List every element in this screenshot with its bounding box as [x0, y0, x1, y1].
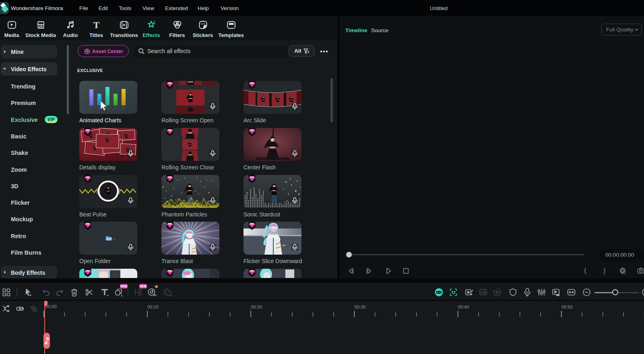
svg-text:AI: AI — [153, 293, 157, 297]
svg-text:00:30: 00:30 — [355, 305, 366, 309]
svg-text:T: T — [93, 20, 99, 30]
svg-text:00:10: 00:10 — [147, 305, 159, 309]
svg-text:AI: AI — [169, 294, 173, 297]
svg-text:00:20: 00:20 — [251, 305, 262, 309]
svg-text:00:40: 00:40 — [458, 305, 469, 309]
svg-text:x: x — [113, 238, 114, 240]
svg-text:00:50: 00:50 — [561, 305, 573, 309]
